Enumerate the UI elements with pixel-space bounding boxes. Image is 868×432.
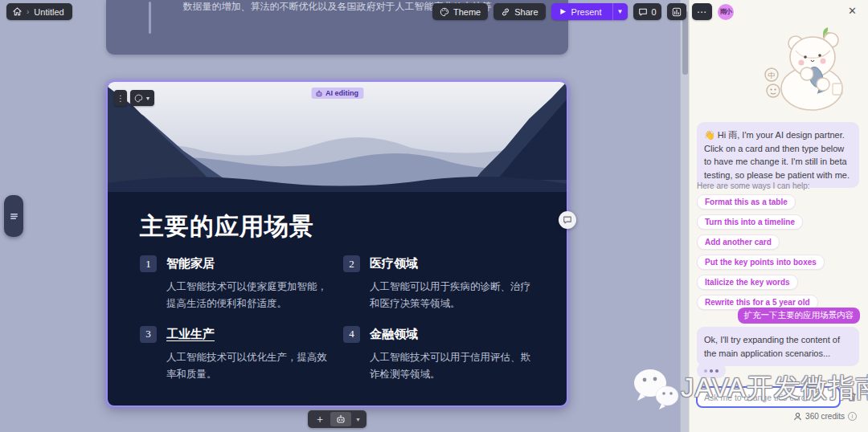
chevron-down-icon: ▼ [617,8,624,15]
ai-generate-button[interactable] [330,412,351,426]
info-icon[interactable]: i [848,412,857,421]
ai-editing-badge: AI editing [311,88,363,99]
comments-button[interactable]: 0 [633,3,661,20]
text-selection-bar [149,2,151,34]
typing-indicator [697,363,726,378]
mascot-bear-illustration: 中 [764,24,856,111]
suggestion-chip[interactable]: Put the key points into boxes [697,255,825,270]
close-icon[interactable]: ✕ [848,5,857,17]
robot-icon [336,414,346,424]
comment-icon [563,215,572,225]
analytics-button[interactable] [667,3,686,20]
suggestion-chips: Format this as a table Turn this into a … [697,194,825,310]
list-icon [9,211,19,222]
number-badge: 3 [140,326,157,343]
add-card-toolbar: ＋ ▼ [308,410,366,428]
card-comment-button[interactable] [559,211,576,229]
canvas-scrollbar[interactable]: ▲ [680,0,689,432]
play-icon [559,8,567,15]
suggestion-chip[interactable]: Italicize the key words [697,275,798,290]
number-badge: 1 [140,255,157,272]
list-item[interactable]: 1 智能家居 人工智能技术可以使家庭更加智能，提高生活的便利和舒适度。 [140,255,337,313]
item-heading[interactable]: 工业生产 [166,327,215,342]
item-body[interactable]: 人工智能技术可以优化生产，提高效率和质量。 [166,349,337,384]
scrollbar-thumb[interactable] [682,10,688,75]
present-button[interactable]: Present ▼ [551,3,628,20]
present-main[interactable]: Present [551,3,608,20]
card-items-grid: 1 智能家居 人工智能技术可以使家庭更加智能，提高生活的便利和舒适度。 2 医疗… [140,255,546,383]
ai-chat-sidebar: ✕ 中 [689,0,868,432]
card-menu: ⋮ ▼ [114,90,154,106]
theme-button[interactable]: Theme [432,3,488,20]
item-heading[interactable]: 智能家居 [166,256,215,271]
home-icon [13,7,22,16]
ai-editing-label: AI editing [326,89,358,97]
share-label: Share [514,7,538,17]
item-heading[interactable]: 金融领域 [370,327,418,342]
ellipsis-icon: ⋯ [697,6,707,18]
help-intro-label: Here are some ways I can help: [697,181,810,190]
suggestion-chip[interactable]: Turn this into a timeline [697,214,803,230]
item-body[interactable]: 人工智能技术可以使家庭更加智能，提高生活的便利和舒适度。 [166,279,337,313]
credits-label: 360 credits [805,412,845,421]
palette-icon [134,94,143,103]
top-toolbar: Theme Share Present ▼ 0 [432,3,734,20]
item-heading[interactable]: 医疗领域 [370,256,418,271]
suggestion-chip[interactable]: Add another card [697,234,780,250]
card-title[interactable]: 主要的应用场景 [140,210,314,243]
palette-icon [440,7,449,17]
item-body[interactable]: 人工智能可以用于疾病的诊断、治疗和医疗决策等领域。 [370,279,540,313]
add-card-button[interactable]: ＋ [309,412,330,426]
list-item[interactable]: 2 医疗领域 人工智能可以用于疾病的诊断、治疗和医疗决策等领域。 [343,255,540,313]
user-message-bubble: 扩充一下主要的应用场景内容 [738,308,861,324]
list-item[interactable]: 3 工业生产 人工智能技术可以优化生产，提高效率和质量。 [140,326,337,384]
link-icon [501,7,510,17]
number-badge: 4 [343,326,360,343]
chat-input[interactable] [696,386,841,408]
present-label: Present [571,7,602,17]
share-button[interactable]: Share [493,3,545,20]
trash-icon[interactable] [847,391,857,406]
card-style-button[interactable]: ▼ [130,90,154,106]
avatar-initials: 雨小 [720,7,731,16]
more-button[interactable]: ⋯ [692,3,712,20]
person-icon [793,412,802,421]
breadcrumb[interactable]: › Untitled [6,3,72,20]
app-canvas: 数据量的增加、算法的不断优化以及各国政府对于人工智能产业的支持等 › Untit… [0,0,868,432]
credits-indicator[interactable]: 360 credits i [793,412,857,421]
card-drag-handle[interactable]: ⋮ [114,90,127,106]
theme-label: Theme [453,7,481,17]
ai-reply-bubble: Ok, I'll try expanding the content of th… [697,327,859,366]
present-dropdown[interactable]: ▼ [612,3,628,20]
avatar[interactable]: 雨小 [718,4,734,20]
item-body[interactable]: 人工智能技术可以用于信用评估、欺诈检测等领域。 [370,349,540,384]
list-item[interactable]: 4 金融领域 人工智能技术可以用于信用评估、欺诈检测等领域。 [343,326,540,384]
svg-text:中: 中 [768,71,776,79]
bar-chart-icon [672,7,682,17]
document-title: Untitled [34,7,63,17]
comment-icon [638,7,648,17]
chevron-right-icon: › [27,7,29,16]
robot-icon [315,90,322,97]
number-badge: 2 [343,255,360,272]
chevron-down-icon: ▼ [145,96,151,101]
add-card-dropdown[interactable]: ▼ [351,412,365,426]
suggestion-chip[interactable]: Format this as a table [697,194,796,210]
selected-card[interactable]: AI editing ⋮ ▼ 主要的应用场景 1 智能家居 人工智能技术可以使家… [106,80,568,407]
card-outline-toggle[interactable] [4,195,23,237]
comment-count: 0 [652,7,657,17]
wechat-icon [631,365,681,410]
ai-greeting-bubble: 👋 Hi 雨, I'm your AI design partner. Clic… [697,122,859,188]
